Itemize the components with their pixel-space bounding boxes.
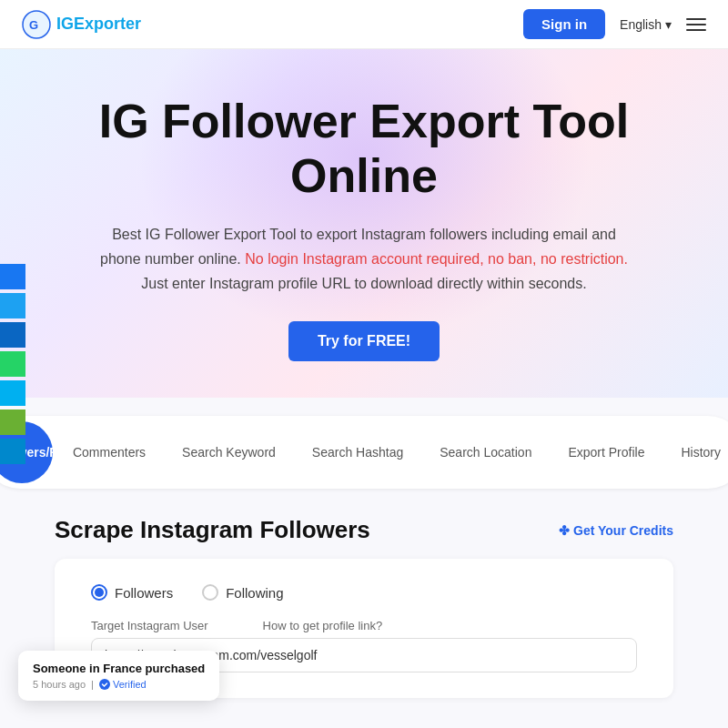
svg-point-2 <box>99 679 110 690</box>
share-twitter-button[interactable] <box>0 293 25 318</box>
radio-followers-label: Followers <box>115 585 173 601</box>
verified-icon <box>99 679 110 690</box>
form-labels: Target Instagram User How to get profile… <box>91 619 637 632</box>
tabs-section: Followers/F Commenters Search Keyword Se… <box>0 398 728 498</box>
tab-commenters[interactable]: Commenters <box>56 435 162 470</box>
divider: | <box>91 679 94 690</box>
section-header: Scrape Instagram Followers ✤ Get Your Cr… <box>55 516 673 544</box>
radio-following-indicator <box>202 584 218 601</box>
svg-text:G: G <box>29 18 38 32</box>
social-sidebar <box>0 264 25 464</box>
share-facebook-button[interactable] <box>0 264 25 289</box>
header: G IGExporter Sign in English ▾ <box>0 0 728 49</box>
toast-time: 5 hours ago <box>33 679 86 690</box>
radio-followers-indicator <box>91 584 107 601</box>
tab-history[interactable]: History <box>664 435 728 470</box>
toast-title: Someone in France purchased <box>33 662 205 675</box>
logo-icon: G <box>22 10 51 39</box>
logo-text: IGExporter <box>56 15 141 34</box>
try-free-button[interactable]: Try for FREE! <box>288 321 440 361</box>
chevron-down-icon: ▾ <box>665 17 672 32</box>
hero-section: IG Follower Export Tool Online Best IG F… <box>0 49 728 398</box>
radio-group: Followers Following <box>91 584 637 601</box>
section-title: Scrape Instagram Followers <box>55 516 370 544</box>
header-right: Sign in English ▾ <box>523 9 706 39</box>
hamburger-line <box>686 29 706 31</box>
toast-notification: Someone in France purchased 5 hours ago … <box>18 651 219 701</box>
signin-button[interactable]: Sign in <box>523 9 605 39</box>
get-credits-link[interactable]: ✤ Get Your Credits <box>559 523 673 538</box>
toast-after: purchased <box>142 662 205 675</box>
target-label: Target Instagram User <box>91 619 208 632</box>
language-label: English <box>620 17 662 32</box>
toast-meta: 5 hours ago | Verified <box>33 679 205 690</box>
hero-title: IG Follower Export Tool Online <box>73 95 655 204</box>
radio-following-option[interactable]: Following <box>202 584 283 601</box>
hamburger-menu[interactable] <box>686 18 706 31</box>
verified-badge: Verified <box>99 679 147 690</box>
hamburger-line <box>686 18 706 20</box>
share-messenger-button[interactable] <box>0 380 25 406</box>
radio-followers-option[interactable]: Followers <box>91 584 173 601</box>
hero-subtitle-after: Just enter Instagram profile URL to down… <box>141 276 586 291</box>
tab-search-keyword[interactable]: Search Keyword <box>166 435 292 470</box>
tabs-container: Followers/F Commenters Search Keyword Se… <box>0 416 728 489</box>
radio-following-label: Following <box>226 585 283 601</box>
tab-search-hashtag[interactable]: Search Hashtag <box>296 435 420 470</box>
tab-search-location[interactable]: Search Location <box>423 435 548 470</box>
hero-subtitle: Best IG Follower Export Tool to export I… <box>100 222 628 297</box>
share-linkedin-button[interactable] <box>0 322 25 348</box>
how-label: How to get profile link? <box>263 619 383 632</box>
logo-area: G IGExporter <box>22 10 141 39</box>
hero-subtitle-highlight: No login Instagram account required, no … <box>245 251 628 267</box>
toast-country: France <box>103 662 142 675</box>
language-selector[interactable]: English ▾ <box>620 17 672 32</box>
share-reddit-button[interactable] <box>0 410 25 435</box>
hamburger-line <box>686 24 706 25</box>
toast-before: Someone in <box>33 662 103 675</box>
tab-export-profile[interactable]: Export Profile <box>551 435 661 470</box>
share-telegram-button[interactable] <box>0 439 25 464</box>
share-whatsapp-button[interactable] <box>0 351 25 377</box>
